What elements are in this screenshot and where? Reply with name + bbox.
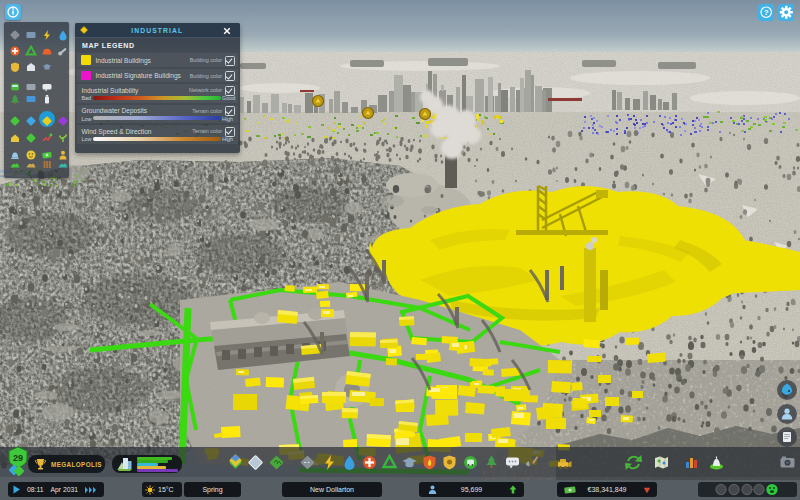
svg-text:29: 29	[13, 453, 23, 463]
svg-text:?: ?	[763, 8, 768, 17]
